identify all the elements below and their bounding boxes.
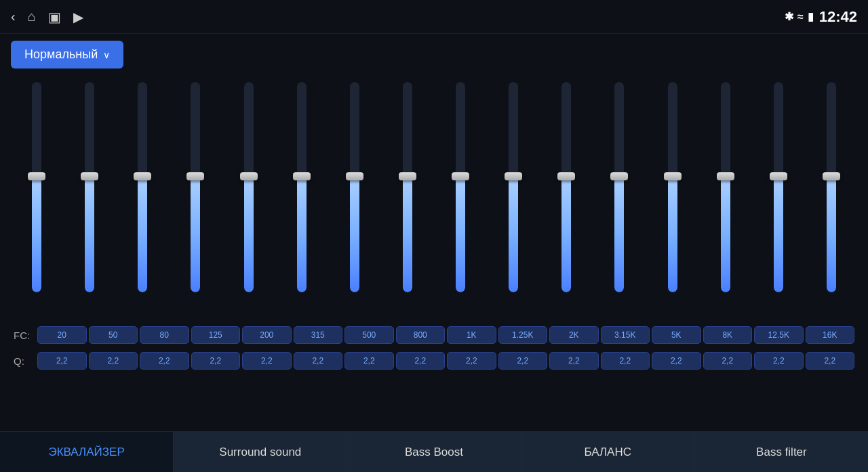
q-btn-4[interactable]: 2,2 (242, 352, 292, 370)
fc-btn-3[interactable]: 125 (191, 326, 241, 344)
slider-wrap-6[interactable] (344, 82, 365, 299)
slider-thumb-12[interactable] (664, 172, 682, 180)
fc-btn-2[interactable]: 80 (140, 326, 189, 344)
slider-thumb-15[interactable] (823, 172, 840, 180)
fc-btn-13[interactable]: 8K (703, 326, 753, 344)
slider-wrap-10[interactable] (556, 82, 576, 299)
fc-btn-11[interactable]: 3.15K (601, 326, 650, 344)
tab-bassboost-label: Bass Boost (405, 446, 463, 459)
slider-thumb-2[interactable] (134, 172, 151, 180)
q-btn-15[interactable]: 2,2 (806, 352, 855, 370)
recents-icon[interactable]: ▣ (48, 9, 61, 25)
slider-col-4 (222, 82, 275, 299)
slider-thumb-9[interactable] (505, 172, 522, 180)
slider-wrap-9[interactable] (503, 82, 524, 299)
fc-btn-9[interactable]: 1.25K (498, 326, 548, 344)
fc-btn-5[interactable]: 315 (294, 326, 343, 344)
slider-fill-7 (403, 176, 412, 292)
fc-btn-1[interactable]: 50 (89, 326, 138, 344)
slider-wrap-3[interactable] (185, 82, 205, 299)
slider-fill-13 (721, 176, 730, 292)
q-btn-0[interactable]: 2,2 (37, 352, 87, 370)
fc-btn-4[interactable]: 200 (242, 326, 292, 344)
tab-balance-label: БАЛАНС (584, 446, 631, 459)
slider-thumb-5[interactable] (293, 172, 311, 180)
fc-btn-6[interactable]: 500 (344, 326, 394, 344)
status-right: ✱ ≈ ▮ 12:42 (785, 8, 857, 26)
q-btn-3[interactable]: 2,2 (191, 352, 241, 370)
slider-wrap-5[interactable] (292, 82, 312, 299)
slider-thumb-11[interactable] (610, 172, 628, 180)
slider-fill-8 (456, 176, 465, 292)
fc-btn-7[interactable]: 800 (396, 326, 446, 344)
slider-wrap-15[interactable] (821, 82, 842, 299)
q-btn-8[interactable]: 2,2 (447, 352, 496, 370)
q-btn-14[interactable]: 2,2 (754, 352, 804, 370)
fc-btn-15[interactable]: 16K (806, 326, 855, 344)
slider-wrap-1[interactable] (79, 82, 100, 299)
slider-wrap-7[interactable] (397, 82, 418, 299)
slider-track-4 (244, 82, 254, 292)
q-btn-9[interactable]: 2,2 (498, 352, 548, 370)
slider-col-3 (169, 82, 222, 299)
slider-thumb-3[interactable] (186, 172, 204, 180)
tab-equalizer[interactable]: ЭКВАЛАЙЗЕР (0, 432, 174, 472)
fc-btn-8[interactable]: 1K (447, 326, 496, 344)
slider-thumb-4[interactable] (240, 172, 258, 180)
q-btn-10[interactable]: 2,2 (549, 352, 599, 370)
tab-bassfilter-label: Bass filter (756, 446, 807, 459)
slider-fill-1 (85, 176, 94, 292)
fc-row: FC: 2050801252003155008001K1.25K2K3.15K5… (7, 322, 861, 348)
slider-track-9 (509, 82, 518, 292)
slider-col-8 (434, 82, 487, 299)
slider-thumb-7[interactable] (399, 172, 416, 180)
slider-thumb-14[interactable] (770, 172, 787, 180)
slider-wrap-11[interactable] (609, 82, 629, 299)
slider-thumb-0[interactable] (28, 172, 45, 180)
media-icon[interactable]: ▶ (73, 9, 83, 25)
slider-wrap-13[interactable] (715, 82, 736, 299)
tab-balance[interactable]: БАЛАНС (521, 432, 695, 472)
fc-btn-12[interactable]: 5K (652, 326, 701, 344)
tab-bassboost[interactable]: Bass Boost (347, 432, 521, 472)
q-btn-2[interactable]: 2,2 (140, 352, 189, 370)
clock: 12:42 (819, 8, 857, 26)
slider-fill-2 (138, 176, 147, 292)
q-row: Q: 2,22,22,22,22,22,22,22,22,22,22,22,22… (7, 348, 861, 374)
tab-bassfilter[interactable]: Bass filter (695, 432, 868, 472)
slider-thumb-8[interactable] (452, 172, 469, 180)
q-btn-6[interactable]: 2,2 (344, 352, 394, 370)
slider-fill-0 (32, 176, 41, 292)
fc-values: 2050801252003155008001K1.25K2K3.15K5K8K1… (37, 326, 854, 344)
slider-wrap-14[interactable] (768, 82, 789, 299)
q-btn-5[interactable]: 2,2 (294, 352, 343, 370)
slider-thumb-6[interactable] (346, 172, 363, 180)
slider-wrap-0[interactable] (26, 82, 47, 299)
q-btn-11[interactable]: 2,2 (601, 352, 650, 370)
fc-btn-10[interactable]: 2K (549, 326, 599, 344)
status-icons: ✱ ≈ ▮ (785, 10, 814, 23)
back-icon[interactable]: ‹ (11, 9, 16, 24)
fc-btn-0[interactable]: 20 (37, 326, 87, 344)
slider-wrap-8[interactable] (450, 82, 471, 299)
slider-wrap-12[interactable] (663, 82, 683, 299)
slider-wrap-2[interactable] (132, 82, 153, 299)
tab-surround[interactable]: Surround sound (174, 432, 347, 472)
slider-col-0 (10, 82, 63, 299)
slider-track-14 (774, 82, 783, 292)
q-btn-1[interactable]: 2,2 (89, 352, 138, 370)
q-btn-7[interactable]: 2,2 (396, 352, 446, 370)
q-btn-13[interactable]: 2,2 (703, 352, 753, 370)
slider-fill-3 (191, 176, 200, 292)
slider-thumb-1[interactable] (81, 172, 98, 180)
preset-button[interactable]: Нормальный (11, 41, 123, 68)
slider-thumb-10[interactable] (557, 172, 575, 180)
slider-track-11 (614, 82, 624, 292)
slider-col-7 (381, 82, 434, 299)
sliders-container (7, 75, 861, 322)
q-btn-12[interactable]: 2,2 (652, 352, 701, 370)
fc-btn-14[interactable]: 12.5K (754, 326, 804, 344)
slider-wrap-4[interactable] (239, 82, 259, 299)
slider-thumb-13[interactable] (717, 172, 734, 180)
home-icon[interactable]: ⌂ (28, 9, 36, 24)
